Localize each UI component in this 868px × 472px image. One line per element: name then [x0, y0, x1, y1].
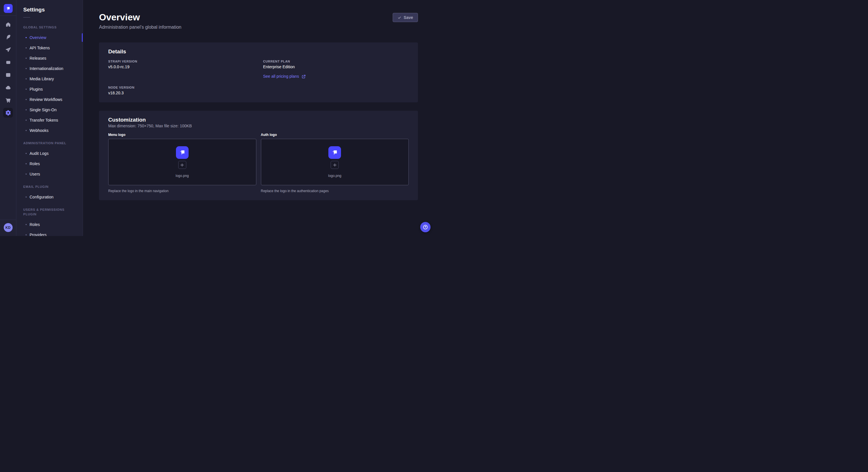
bullet-dot-icon	[26, 37, 27, 38]
bullet-dot-icon	[26, 153, 27, 154]
bullet-dot-icon	[26, 173, 27, 175]
home-icon[interactable]	[3, 20, 13, 29]
subnav-item-audit-logs[interactable]: Audit Logs	[17, 148, 83, 159]
subnav-item-transfer-tokens[interactable]: Transfer Tokens	[17, 115, 83, 125]
strapi-glyph-icon	[5, 5, 11, 12]
strapi-logo-icon[interactable]	[4, 4, 12, 13]
marketplace-cart-icon[interactable]	[3, 95, 13, 105]
section-list-administration-panel: Audit Logs Roles Users	[17, 148, 83, 179]
subnav-item-webhooks[interactable]: Webhooks	[17, 125, 83, 136]
menu-logo-dropzone[interactable]: logo.png	[108, 139, 256, 185]
details-card: Details STRAPI VERSION v5.0.0-rc.19 CURR…	[99, 42, 418, 102]
bullet-dot-icon	[26, 47, 27, 48]
subnav-item-api-tokens[interactable]: API Tokens	[17, 43, 83, 53]
bullet-dot-icon	[26, 234, 27, 235]
bullet-dot-icon	[26, 99, 27, 100]
section-label-users-permissions-plugin: USERS & PERMISSIONS PLUGIN	[17, 207, 83, 216]
customization-card-subtitle: Max dimension: 750×750, Max file size: 1…	[108, 123, 409, 129]
customization-card: Customization Max dimension: 750×750, Ma…	[99, 111, 418, 200]
section-list-global-settings: Overview API Tokens Releases Internation…	[17, 32, 83, 136]
question-mark-icon	[423, 224, 428, 230]
section-label-email-plugin: EMAIL PLUGIN	[17, 184, 83, 189]
rail-nav	[3, 20, 13, 117]
bullet-dot-icon	[26, 163, 27, 164]
cards-section: Details STRAPI VERSION v5.0.0-rc.19 CURR…	[83, 30, 434, 200]
section-list-users-permissions-plugin: Roles Providers	[17, 220, 83, 236]
subnav-item-single-sign-on[interactable]: Single Sign-On	[17, 105, 83, 115]
plus-icon	[180, 163, 184, 167]
settings-gear-icon[interactable]	[3, 108, 13, 117]
subnav-title: Settings	[17, 6, 83, 13]
content-feather-icon[interactable]	[3, 32, 13, 42]
pricing-plans-link[interactable]: See all pricing plans	[263, 74, 306, 79]
subnav-item-review-workflows[interactable]: Review Workflows	[17, 94, 83, 105]
subnav-item-users[interactable]: Users	[17, 169, 83, 179]
bullet-dot-icon	[26, 196, 27, 198]
add-menu-logo-button[interactable]	[178, 161, 186, 169]
main-content: Overview Administration panel’s global i…	[83, 0, 434, 236]
empty-field	[263, 86, 409, 96]
subnav-item-internationalization[interactable]: Internationalization	[17, 63, 83, 74]
subnav-item-roles[interactable]: Roles	[17, 159, 83, 169]
auth-logo-hint: Replace the logo in the authentication p…	[261, 189, 409, 193]
current-plan-field: CURRENT PLAN Enterprise Edition See all …	[263, 60, 409, 79]
strapi-logo-icon	[329, 146, 341, 159]
section-list-email-plugin: Configuration	[17, 192, 83, 202]
auth-logo-filename: logo.png	[328, 174, 341, 178]
auth-logo-dropzone[interactable]: logo.png	[261, 139, 409, 185]
save-button[interactable]: Save	[393, 13, 418, 22]
app-window: KD Settings GLOBAL SETTINGS Overview API…	[0, 0, 434, 236]
check-icon	[398, 16, 401, 20]
divider	[0, 220, 16, 220]
strapi-version-field: STRAPI VERSION v5.0.0-rc.19	[108, 60, 254, 79]
auth-logo-label: Auth logo	[261, 133, 409, 136]
bullet-dot-icon	[26, 224, 27, 225]
bullet-dot-icon	[26, 109, 27, 110]
strapi-glyph-icon	[330, 148, 339, 157]
subnav-item-up-roles[interactable]: Roles	[17, 220, 83, 230]
subnav-item-up-providers[interactable]: Providers	[17, 230, 83, 236]
page-subtitle: Administration panel’s global informatio…	[99, 24, 418, 30]
node-version-field: NODE VERSION v18.20.3	[108, 86, 254, 96]
strapi-glyph-icon	[178, 148, 187, 157]
subnav-item-configuration[interactable]: Configuration	[17, 192, 83, 202]
bullet-dot-icon	[26, 58, 27, 59]
bullet-dot-icon	[26, 89, 27, 90]
bullet-dot-icon	[26, 120, 27, 121]
auth-logo-upload: Auth logo	[261, 133, 409, 193]
subnav-item-overview[interactable]: Overview	[17, 32, 83, 43]
details-card-title: Details	[108, 48, 409, 55]
layout-icon[interactable]	[3, 70, 13, 80]
divider	[0, 15, 16, 16]
menu-logo-filename: logo.png	[176, 174, 189, 178]
add-auth-logo-button[interactable]	[331, 161, 339, 169]
page-header: Overview Administration panel’s global i…	[83, 0, 434, 30]
page-title: Overview	[99, 11, 418, 23]
plus-icon	[333, 163, 337, 167]
nav-rail: KD	[0, 0, 17, 236]
subnav-item-releases[interactable]: Releases	[17, 53, 83, 63]
rail-bottom: KD	[0, 220, 16, 236]
strapi-logo-icon	[176, 146, 189, 159]
bullet-dot-icon	[26, 130, 27, 131]
details-grid: STRAPI VERSION v5.0.0-rc.19 CURRENT PLAN…	[108, 60, 409, 96]
media-library-icon[interactable]	[3, 57, 13, 67]
user-avatar[interactable]: KD	[4, 223, 12, 232]
cloud-icon[interactable]	[3, 82, 13, 92]
menu-logo-label: Menu logo	[108, 133, 256, 136]
logo-uploads: Menu logo	[108, 133, 409, 193]
section-label-global-settings: GLOBAL SETTINGS	[17, 25, 83, 30]
subnav-item-plugins[interactable]: Plugins	[17, 84, 83, 94]
menu-logo-hint: Replace the logo in the main navigation	[108, 189, 256, 193]
section-label-administration-panel: ADMINISTRATION PANEL	[17, 141, 83, 145]
subnav-item-media-library[interactable]: Media Library	[17, 74, 83, 84]
send-plane-icon[interactable]	[3, 45, 13, 55]
help-button[interactable]	[420, 222, 431, 232]
bullet-dot-icon	[26, 78, 27, 79]
external-link-icon	[302, 74, 306, 78]
settings-subnav: Settings GLOBAL SETTINGS Overview API To…	[17, 0, 83, 236]
customization-card-title: Customization	[108, 116, 409, 123]
menu-logo-upload: Menu logo	[108, 133, 256, 193]
bullet-dot-icon	[26, 68, 27, 69]
divider	[23, 17, 30, 18]
